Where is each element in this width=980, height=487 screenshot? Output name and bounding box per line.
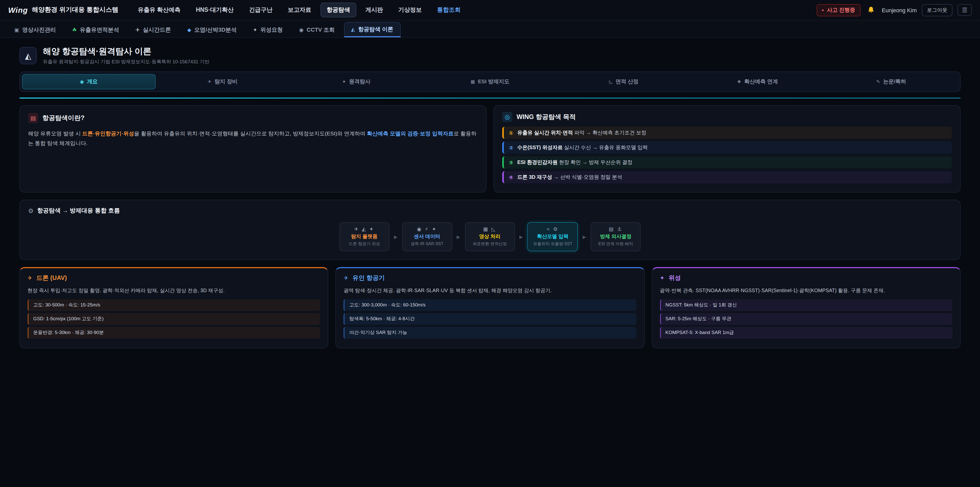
brand-logo[interactable]: Wing 해양환경 위기대응 통합시스템 [8,6,118,14]
spec-row: 야간·악기상 SAR 탐지 가능 [344,327,636,339]
flow-step-title: 확산모델 입력 [533,233,573,240]
purpose-rest: 현장 확인 → 방제 우선순위 결정 [558,160,632,165]
flow-step-response-decision: ▤ ⚓ 방제 의사결정 ESI 연계·자원 배치 [591,222,641,251]
overview-card-title: 항공탐색이란? [42,113,84,122]
purpose-item-3: ③ ESI 환경민감자원 현장 확인 → 방제 우선순위 결정 [502,156,952,169]
circled-number-icon: ④ [509,174,513,180]
model-input-icons: ≈ ⚙ [533,226,573,232]
alert-label: 사고 진행중 [827,6,855,14]
page-title-icon: ◭ [19,47,37,64]
page-title: 해양 항공탐색·원격탐사 이론 [43,46,209,57]
cctv-icon: ◉ [299,27,304,32]
flow-step-sensor-data: ◉ ⚡ ✦ 센서 데이터 광학·IR·SAR·SST [402,222,452,251]
processing-icons: ▦ ◺ [470,226,509,232]
nav-item-hns[interactable]: HNS·대기확산 [189,3,240,18]
decision-icons: ▤ ⚓ [597,226,635,232]
page-header: ◭ 해양 항공탐색·원격탐사 이론 유출유 원격탐지·항공감시 기법·ESI 방… [19,46,961,65]
incident-status-badge[interactable]: ● 사고 진행중 [817,4,860,16]
equipment-tab-icon: ✈ [208,79,212,84]
droplet-icon: ◆ [187,27,191,32]
flow-step-subtitle: 광학·IR·SAR·SST [407,241,446,247]
flow-step-title: 방제 의사결정 [597,233,635,240]
sub-nav: ▣ 영상사진관리 ☘ 유출유면적분석 ✈ 실시간드론 ◆ 오염/선박3D분석 ✦… [0,21,980,38]
flow-step-subtitle: 유출위치·유출량·SST [533,241,573,247]
top-header: Wing 해양환경 위기대응 통합시스템 유출유 확산예측 HNS·대기확산 긴… [0,0,980,21]
subnav-item-satellite-request[interactable]: ✦ 위성요청 [246,22,290,37]
globe-icon: ◎ [502,112,512,122]
tab-label: 개요 [87,78,98,85]
nav-item-board[interactable]: 게시판 [360,3,389,18]
subnav-item-area-analysis[interactable]: ☘ 유출유면적분석 [65,22,126,37]
subnav-label: 실시간드론 [143,26,171,34]
overview-highlight-platforms: 드론·유인항공기·위성 [82,130,134,136]
purpose-item-4: ④ 드론 3D 재구성 → 선박 식별·오염원 정밀 분석 [502,171,952,184]
tab-papers-patents[interactable]: ✎ 논문/특허 [824,74,958,89]
tab-esi-map[interactable]: ▦ ESI 방제지도 [423,74,557,89]
circled-number-icon: ③ [509,160,513,165]
tab-detection-equipment[interactable]: ✈ 탐지 장비 [156,74,290,89]
nav-item-rescue[interactable]: 긴급구난 [243,3,279,18]
flow-step-model-input: ≈ ⚙ 확산모델 입력 유출위치·유출량·SST [528,222,578,251]
arrow-right-icon: ▶ [583,234,586,239]
flow-title: 항공탐색 → 방제대응 통합 흐름 [37,207,120,214]
satellite-icon: ✦ [660,275,664,281]
nav-item-weather[interactable]: 기상정보 [392,3,428,18]
logo-text: Wing [8,6,28,14]
purpose-bold: 수온(SST) 위성자료 [517,145,563,150]
subnav-item-image-management[interactable]: ▣ 영상사진관리 [7,22,63,37]
platform-description: 광역·반복 관측. SST(NOAA AVHRR·NGSST)·SAR(Sent… [660,287,953,295]
tab-forecast-link[interactable]: ❖ 확산예측 연계 [690,74,824,89]
purpose-rest: 실시간 수신 → 유출유 풍화모델 입력 [563,145,648,150]
arrow-right-icon: ▶ [394,234,397,239]
subnav-item-aerial-theory[interactable]: ◭ 항공탐색 이론 [344,22,401,37]
arrow-right-icon: ▶ [457,234,460,239]
tab-overview[interactable]: ◉ 개요 [22,74,156,89]
overview-card: ▤ 항공탐색이란? 해양 유류오염 발생 시 드론·유인항공기·위성을 활용하여… [19,105,487,193]
overview-text: 해양 유류오염 발생 시 드론·유인항공기·위성을 활용하여 유출유의 위치·면… [28,129,478,148]
notification-bell-icon[interactable] [865,4,877,16]
spec-row: SAR: 5-25m 해상도 · 구름 무관 [660,313,953,325]
purpose-item-1: ① 유출유 실시간 위치·면적 파악 → 확산예측 초기조건 보정 [502,127,952,139]
hamburger-menu-icon[interactable]: ☰ [958,4,972,16]
flow-step-image-processing: ▦ ◺ 영상 처리 좌표변환·면적산정 [465,222,515,251]
flow-card: ⚙ 항공탐색 → 방제대응 통합 흐름 ✈ ◭ ✦ 탐지 플랫폼 드론·항공기·… [19,200,961,260]
subnav-label: 위성요청 [260,26,283,34]
purpose-bold: ESI 환경민감자원 [517,160,558,165]
tab-area-calculation[interactable]: ◺ 면적 산정 [557,74,690,89]
tab-remote-sensing[interactable]: ✦ 원격탐사 [290,74,423,89]
nav-item-reports[interactable]: 보고자료 [282,3,318,18]
logout-button[interactable]: 로그아웃 [922,4,953,16]
overview-text-part: 해양 유류오염 발생 시 [28,130,82,136]
spec-list: 고도: 300-3,000m · 속도: 60-150m/s 탐색폭: 5-50… [344,299,636,339]
remote-sensing-tab-icon: ✦ [342,79,346,84]
tab-label: 원격탐사 [349,78,371,85]
tab-label: 면적 산정 [616,78,638,85]
purpose-bold: 드론 3D 재구성 [517,174,552,180]
aircraft-icon: ✈ [344,275,348,281]
nav-item-spill-forecast[interactable]: 유출유 확산예측 [132,3,186,18]
platform-icons: ✈ ◭ ✦ [345,226,383,232]
platform-description: 광역 탐색·장시간 체공. 광학·IR·SAR·SLAR·UV 등 복합 센서 … [344,287,636,295]
flow-step-subtitle: 드론·항공기·위성 [345,241,383,247]
app-root: Wing 해양환경 위기대응 통합시스템 유출유 확산예측 HNS·대기확산 긴… [0,0,980,487]
flow-step-subtitle: 좌표변환·면적산정 [470,241,509,247]
arrow-right-icon: ▶ [519,234,523,239]
esi-map-tab-icon: ▦ [471,79,475,84]
flow-step-title: 영상 처리 [470,233,509,240]
platform-card-satellite: ✦ 위성 광역·반복 관측. SST(NOAA AVHRR·NGSST)·SAR… [652,267,961,348]
main-content: ▤ 항공탐색이란? 해양 유류오염 발생 시 드론·유인항공기·위성을 활용하여… [0,99,980,348]
flow-step-title: 탐지 플랫폼 [345,233,383,240]
subnav-item-pollution-3d[interactable]: ◆ 오염/선박3D분석 [180,22,244,37]
spec-list: NGSST: 5km 해상도 · 일 1회 갱신 SAR: 5-25m 해상도 … [660,299,953,339]
subnav-item-realtime-drone[interactable]: ✈ 실시간드론 [128,22,178,37]
area-analysis-icon: ☘ [72,27,77,32]
nav-item-integrated-search[interactable]: 통합조회 [431,3,467,18]
main-nav: 유출유 확산예측 HNS·대기확산 긴급구난 보고자료 항공탐색 게시판 기상정… [132,3,467,18]
nav-item-aerial-search[interactable]: 항공탐색 [321,3,356,18]
tab-label: 논문/특허 [883,78,906,85]
satellite-icon: ✦ [253,27,257,32]
flow-step-subtitle: ESI 연계·자원 배치 [597,241,635,247]
subnav-item-cctv[interactable]: ◉ CCTV 조회 [292,22,342,37]
tab-label: ESI 방제지도 [478,78,510,85]
spec-row: NGSST: 5km 해상도 · 일 1회 갱신 [660,299,953,311]
